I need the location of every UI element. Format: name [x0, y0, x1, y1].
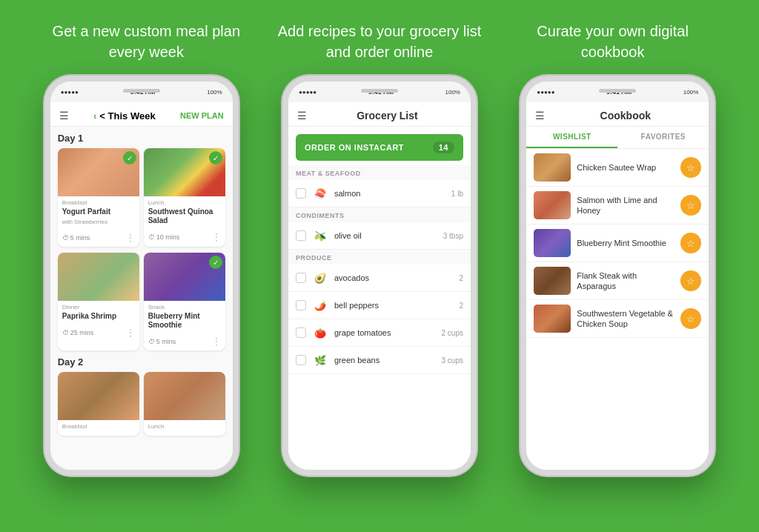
- grocery-item-avocados[interactable]: 🥑 avocados 2: [288, 265, 471, 292]
- battery-icon: 100%: [207, 89, 222, 96]
- section-header-meat: MEAT & SEAFOOD: [288, 165, 471, 180]
- checkbox-bell-peppers[interactable]: [296, 300, 306, 310]
- cookbook-item-3[interactable]: Flank Steak with Asparagus ☆: [526, 262, 709, 300]
- meal-card-snack[interactable]: ✓ Snack Blueberry Mint Smoothie ⏱ 5 mins…: [144, 253, 225, 350]
- meal-plan-nav: ☰ ‹ < This Week NEW PLAN: [50, 102, 233, 127]
- cookbook-item-4[interactable]: Southwestern Vegetable & Chicken Soup ☆: [526, 300, 709, 338]
- meal-name: Southwest Quinoa Salad: [148, 207, 221, 225]
- section-header-produce: PRODUCE: [288, 250, 471, 265]
- check-badge: ✓: [123, 151, 136, 164]
- grocery-item-salmon[interactable]: 🍣 salmon 1 lb: [288, 180, 471, 207]
- item-name-avocados: avocados: [334, 273, 453, 282]
- checkbox-olive-oil[interactable]: [296, 230, 306, 241]
- instacart-button[interactable]: ORDER ON INSTACART 14: [296, 134, 463, 161]
- signal-icon: ●●●●●: [61, 89, 79, 96]
- phone-speaker: [599, 89, 636, 93]
- meal-time: ⏱ 10 mins: [148, 233, 180, 241]
- meal-name: Blueberry Mint Smoothie: [148, 312, 221, 330]
- recipe-image-salmon: [534, 191, 571, 219]
- more-options-icon[interactable]: ⋮: [212, 336, 221, 347]
- item-name-bell-peppers: bell peppers: [334, 301, 453, 310]
- star-button-steak[interactable]: ☆: [680, 270, 701, 291]
- meal-cards-row-2: Dinner Paprika Shrimp ⏱ 25 mins ⋮ ✓: [58, 253, 225, 350]
- cookbook-content: Chicken Sautee Wrap ☆ Salmon with Lime a…: [526, 149, 709, 470]
- meal-card-body: Dinner Paprika Shrimp: [58, 301, 139, 327]
- star-button-salmon[interactable]: ☆: [680, 195, 701, 216]
- phone-grocery: ●●●●● 9:41 AM 100% ☰ Grocery List ORDER …: [282, 76, 477, 476]
- meal-card-day2-2[interactable]: Lunch: [144, 372, 225, 436]
- cookbook-item-0[interactable]: Chicken Sautee Wrap ☆: [526, 149, 709, 187]
- check-badge: ✓: [209, 151, 222, 164]
- recipe-name-chicken: Chicken Sautee Wrap: [577, 162, 675, 173]
- grocery-item-olive-oil[interactable]: 🫒 olive oil 3 tbsp: [288, 222, 471, 250]
- cookbook-tabs: WISHLIST FAVORITES: [526, 127, 709, 149]
- more-options-icon[interactable]: ⋮: [212, 232, 221, 242]
- meal-image-bowl2: [144, 372, 225, 420]
- checkbox-green-beans[interactable]: [296, 355, 306, 365]
- meal-time: ⏱ 25 mins: [62, 329, 94, 336]
- header-col-2: Add recipes to your grocery list and ord…: [274, 21, 484, 62]
- hamburger-icon[interactable]: ☰: [59, 110, 69, 122]
- header-text-2: Add recipes to your grocery list and ord…: [278, 23, 482, 60]
- day1-label: Day 1: [58, 133, 225, 144]
- meal-card-day2-1[interactable]: Breakfast: [58, 372, 139, 436]
- meal-image-shrimp: [58, 253, 139, 301]
- instacart-label: ORDER ON INSTACART: [305, 143, 404, 152]
- section-header-condiments: CONDIMENTS: [288, 207, 471, 222]
- item-qty-bell-peppers: 2: [459, 302, 463, 310]
- meal-card-breakfast[interactable]: ✓ Breakfast Yogurt Parfait with Strawber…: [58, 148, 139, 247]
- meal-cards-row-1: ✓ Breakfast Yogurt Parfait with Strawber…: [58, 148, 225, 247]
- meal-card-body: Lunch: [144, 420, 225, 436]
- meal-card-body: Breakfast Yogurt Parfait with Strawberri…: [58, 196, 139, 233]
- recipe-name-salmon: Salmon with Lime and Honey: [577, 195, 675, 216]
- header-col-3: Curate your own digital cookbook: [508, 21, 717, 62]
- phone-speaker: [361, 89, 398, 93]
- meal-name: Yogurt Parfait: [62, 207, 135, 216]
- more-options-icon[interactable]: ⋮: [126, 233, 135, 243]
- item-name-olive-oil: olive oil: [334, 231, 437, 240]
- meal-footer: ⏱ 5 mins ⋮: [58, 233, 139, 247]
- hamburger-icon[interactable]: ☰: [535, 110, 545, 122]
- day2-label: Day 2: [58, 356, 225, 368]
- item-qty-salmon: 1 lb: [451, 190, 463, 198]
- meal-type: Snack: [148, 304, 221, 310]
- recipe-image-chicken: [534, 153, 571, 182]
- cookbook-item-1[interactable]: Salmon with Lime and Honey ☆: [526, 187, 709, 225]
- recipe-image-southwest: [534, 305, 571, 333]
- meal-card-lunch[interactable]: ✓ Lunch Southwest Quinoa Salad ⏱ 10 mins…: [144, 148, 225, 247]
- grocery-content: ORDER ON INSTACART 14 MEAT & SEAFOOD 🍣 s…: [288, 127, 471, 470]
- signal-icon: ●●●●●: [299, 89, 316, 96]
- grocery-item-green-beans[interactable]: 🌿 green beans 3 cups: [288, 347, 471, 374]
- item-qty-olive-oil: 3 tbsp: [443, 232, 463, 240]
- item-name-grape-tomatoes: grape tomatoes: [334, 328, 436, 337]
- meal-type: Lunch: [148, 199, 221, 206]
- new-plan-button[interactable]: NEW PLAN: [180, 111, 224, 120]
- meal-type: Breakfast: [62, 199, 135, 206]
- header-text-1: Get a new custom meal plan every week: [53, 23, 240, 60]
- tab-wishlist[interactable]: WISHLIST: [526, 127, 617, 148]
- checkbox-grape-tomatoes[interactable]: [296, 327, 306, 338]
- checkbox-avocados[interactable]: [296, 273, 306, 283]
- grocery-item-bell-peppers[interactable]: 🌶️ bell peppers 2: [288, 292, 471, 319]
- grocery-item-grape-tomatoes[interactable]: 🍅 grape tomatoes 2 cups: [288, 319, 471, 347]
- header-section: Get a new custom meal plan every week Ad…: [0, 0, 759, 76]
- cookbook-item-2[interactable]: Blueberry Mint Smoothie ☆: [526, 225, 709, 262]
- star-button-southwest[interactable]: ☆: [680, 308, 701, 329]
- star-button-chicken[interactable]: ☆: [680, 157, 701, 178]
- more-options-icon[interactable]: ⋮: [126, 327, 135, 338]
- meal-card-body: Lunch Southwest Quinoa Salad: [144, 196, 225, 232]
- star-button-smoothie[interactable]: ☆: [680, 233, 701, 253]
- meal-type: Lunch: [148, 423, 221, 430]
- meal-card-body: Breakfast: [58, 420, 139, 436]
- phone-cookbook: ●●●●● 9:41 AM 100% ☰ Cookbook WISHLIST F…: [520, 76, 715, 476]
- phones-section: ●●●●● 9:41 AM 100% ☰ ‹ < This Week NEW P…: [0, 76, 759, 476]
- back-arrow-icon[interactable]: ‹: [93, 110, 96, 122]
- phone-speaker: [123, 89, 160, 93]
- checkbox-salmon[interactable]: [296, 188, 306, 199]
- battery-icon: 100%: [445, 89, 460, 96]
- nav-center: ‹ < This Week: [93, 110, 156, 122]
- meal-card-dinner[interactable]: Dinner Paprika Shrimp ⏱ 25 mins ⋮: [58, 253, 139, 350]
- tab-favorites[interactable]: FAVORITES: [617, 127, 709, 148]
- hamburger-icon[interactable]: ☰: [297, 110, 307, 122]
- header-text-3: Curate your own digital cookbook: [537, 23, 689, 60]
